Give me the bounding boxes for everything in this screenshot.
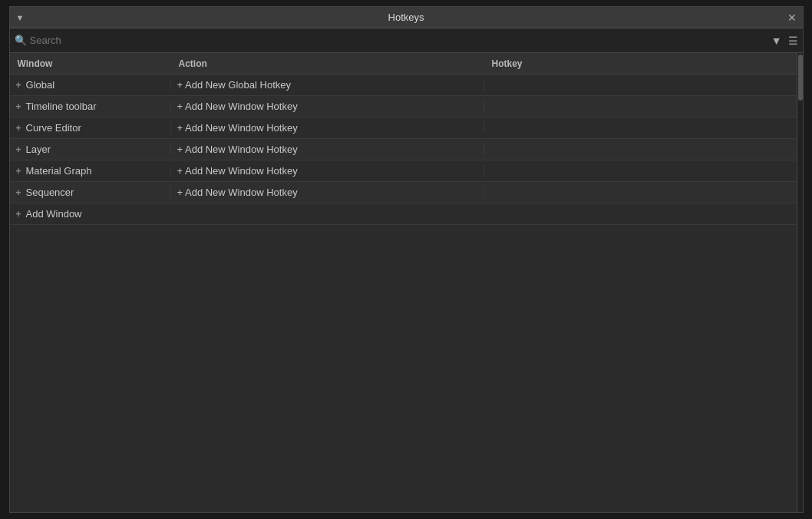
filter-icon[interactable]: ▼ <box>771 35 782 47</box>
dropdown-arrow-icon[interactable]: ▼ <box>16 13 25 22</box>
expand-icon[interactable]: + <box>16 144 21 155</box>
scrollbar-thumb[interactable] <box>798 55 803 101</box>
table-body: + Global + Add New Global Hotkey + Timel… <box>10 74 803 512</box>
cell-window: + Timeline toolbar <box>10 101 171 112</box>
cell-window: + Sequencer <box>10 187 171 198</box>
cell-window: + Layer <box>10 144 171 155</box>
title-bar-left: ▼ <box>16 13 25 22</box>
table-row: + Curve Editor + Add New Window Hotkey <box>10 117 803 139</box>
close-button[interactable]: ✕ <box>787 12 797 23</box>
add-window-hotkey-button[interactable]: + Add New Window Hotkey <box>177 122 298 134</box>
expand-icon[interactable]: + <box>16 123 21 134</box>
scrollbar[interactable] <box>797 53 803 512</box>
cell-action[interactable]: + Add New Window Hotkey <box>171 165 484 177</box>
add-window-cell[interactable]: + Add Window <box>10 208 171 220</box>
table-row: + Global + Add New Global Hotkey <box>10 74 803 96</box>
window-label: Material Graph <box>26 165 92 177</box>
table-row: + Sequencer + Add New Window Hotkey <box>10 182 803 203</box>
table-row: + Material Graph + Add New Window Hotkey <box>10 160 803 182</box>
search-bar: 🔍 ▼ ☰ <box>10 28 803 53</box>
table-row: + Timeline toolbar + Add New Window Hotk… <box>10 96 803 117</box>
add-window-hotkey-button[interactable]: + Add New Window Hotkey <box>177 144 298 155</box>
window-label: Global <box>26 79 55 91</box>
search-icon: 🔍 <box>15 35 27 46</box>
table-row: + Layer + Add New Window Hotkey <box>10 139 803 160</box>
table-header: Window Action Hotkey <box>10 53 803 74</box>
add-window-label[interactable]: Add Window <box>26 208 82 220</box>
menu-icon[interactable]: ☰ <box>788 35 798 47</box>
window-label: Sequencer <box>26 187 74 198</box>
search-input[interactable] <box>30 35 768 46</box>
cell-action[interactable]: + Add New Window Hotkey <box>171 144 484 155</box>
column-header-action: Action <box>171 58 484 69</box>
expand-icon[interactable]: + <box>16 101 21 112</box>
cell-action[interactable]: + Add New Window Hotkey <box>171 122 484 134</box>
cell-action[interactable]: + Add New Window Hotkey <box>171 187 484 198</box>
add-window-hotkey-button[interactable]: + Add New Window Hotkey <box>177 187 298 198</box>
cell-window: + Curve Editor <box>10 122 171 134</box>
add-window-plus-icon[interactable]: + <box>16 209 21 220</box>
add-window-hotkey-button[interactable]: + Add New Window Hotkey <box>177 101 298 112</box>
expand-icon[interactable]: + <box>16 80 21 91</box>
add-window-row[interactable]: + Add Window <box>10 203 803 225</box>
add-window-hotkey-button[interactable]: + Add New Window Hotkey <box>177 165 298 177</box>
cell-action[interactable]: + Add New Global Hotkey <box>171 79 484 91</box>
cell-window: + Material Graph <box>10 165 171 177</box>
hotkeys-dialog: ▼ Hotkeys ✕ 🔍 ▼ ☰ Window Action Hotkey +… <box>9 6 804 513</box>
dialog-title: Hotkeys <box>388 12 424 23</box>
window-label: Layer <box>26 144 51 155</box>
expand-icon[interactable]: + <box>16 187 21 198</box>
column-header-window: Window <box>10 58 171 69</box>
window-label: Curve Editor <box>26 122 81 134</box>
expand-icon[interactable]: + <box>16 166 21 177</box>
title-bar-right: ✕ <box>787 12 797 23</box>
title-bar: ▼ Hotkeys ✕ <box>10 7 803 28</box>
window-label: Timeline toolbar <box>26 101 97 112</box>
add-global-hotkey-button[interactable]: + Add New Global Hotkey <box>177 79 292 91</box>
cell-window: + Global <box>10 79 171 91</box>
column-header-hotkey: Hotkey <box>484 58 803 69</box>
cell-action[interactable]: + Add New Window Hotkey <box>171 101 484 112</box>
